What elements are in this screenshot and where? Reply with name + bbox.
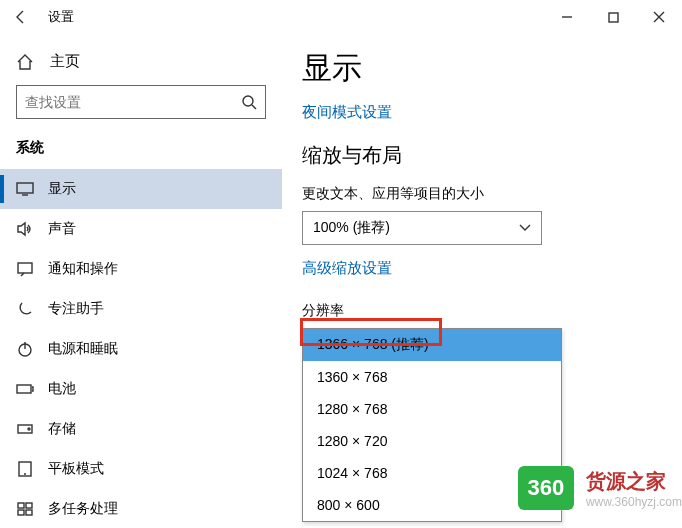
sidebar-item-battery[interactable]: 电池 [0,369,282,409]
arrow-left-icon [13,9,29,25]
main-panel: 显示 夜间模式设置 缩放与布局 更改文本、应用等项目的大小 100% (推荐) … [282,34,682,528]
svg-rect-2 [17,183,33,193]
brand-badge: 360 [518,466,574,510]
resolution-option[interactable]: 1280 × 720 [303,425,561,457]
sidebar-item-label: 多任务处理 [48,500,118,518]
sidebar-item-power[interactable]: 电源和睡眠 [0,329,282,369]
tablet-icon [16,461,34,477]
sound-icon [16,221,34,237]
svg-rect-5 [17,385,31,393]
sidebar-item-display[interactable]: 显示 [0,169,282,209]
svg-rect-10 [26,503,32,508]
sidebar-item-label: 显示 [48,180,76,198]
sidebar-item-label: 电源和睡眠 [48,340,118,358]
brand-title: 货源之家 [586,468,682,495]
resolution-option[interactable]: 1280 × 768 [303,393,561,425]
focus-icon [16,301,34,317]
sidebar-item-label: 通知和操作 [48,260,118,278]
scale-section-title: 缩放与布局 [302,142,662,169]
sidebar-item-notifications[interactable]: 通知和操作 [0,249,282,289]
svg-point-7 [28,428,30,430]
back-button[interactable] [0,0,42,34]
titlebar: 设置 [0,0,682,34]
brand-url: www.360hyzj.com [586,495,682,509]
resolution-label: 分辨率 [302,302,662,320]
window-title: 设置 [48,8,74,26]
brand-text: 货源之家 www.360hyzj.com [586,468,682,509]
sidebar-item-tablet[interactable]: 平板模式 [0,449,282,489]
watermark: 360 货源之家 www.360hyzj.com [518,466,682,510]
search-input[interactable] [16,85,266,119]
notifications-icon [16,261,34,277]
sidebar-item-label: 平板模式 [48,460,104,478]
scale-combobox[interactable]: 100% (推荐) [302,211,542,245]
sidebar-item-label: 存储 [48,420,76,438]
sidebar-item-multitask[interactable]: 多任务处理 [0,489,282,528]
advanced-scale-link[interactable]: 高级缩放设置 [302,259,392,278]
page-title: 显示 [302,48,662,89]
maximize-button[interactable] [590,0,636,34]
window-controls [544,0,682,34]
chevron-down-icon [519,224,531,232]
sidebar-nav: 显示 声音 通知和操作 专注助手 电源和睡眠 电池 [0,169,282,528]
home-link[interactable]: 主页 [16,46,266,85]
display-icon [16,182,34,196]
svg-point-1 [243,96,253,106]
svg-rect-9 [18,503,24,508]
home-label: 主页 [50,52,80,71]
close-icon [653,11,665,23]
search-field[interactable] [25,94,241,110]
svg-rect-11 [18,510,24,515]
svg-rect-12 [26,510,32,515]
sidebar-category: 系统 [16,139,266,157]
scale-value: 100% (推荐) [313,219,390,237]
sidebar-item-label: 专注助手 [48,300,104,318]
svg-rect-3 [18,263,32,273]
minimize-button[interactable] [544,0,590,34]
search-icon [241,94,257,110]
multitask-icon [16,502,34,516]
resolution-option[interactable]: 1360 × 768 [303,361,561,393]
sidebar-item-sound[interactable]: 声音 [0,209,282,249]
sidebar-item-label: 声音 [48,220,76,238]
scale-label: 更改文本、应用等项目的大小 [302,185,662,203]
power-icon [16,341,34,357]
home-icon [16,53,34,71]
minimize-icon [561,11,573,23]
resolution-option[interactable]: 1366 × 768 (推荐) [303,329,561,361]
night-light-link[interactable]: 夜间模式设置 [302,103,392,122]
sidebar-item-label: 电池 [48,380,76,398]
sidebar-item-storage[interactable]: 存储 [0,409,282,449]
maximize-icon [608,12,619,23]
sidebar: 主页 系统 显示 声音 通知和操作 专注助手 [0,34,282,528]
close-button[interactable] [636,0,682,34]
svg-rect-0 [609,13,618,22]
battery-icon [16,383,34,395]
storage-icon [16,423,34,435]
sidebar-item-focus[interactable]: 专注助手 [0,289,282,329]
